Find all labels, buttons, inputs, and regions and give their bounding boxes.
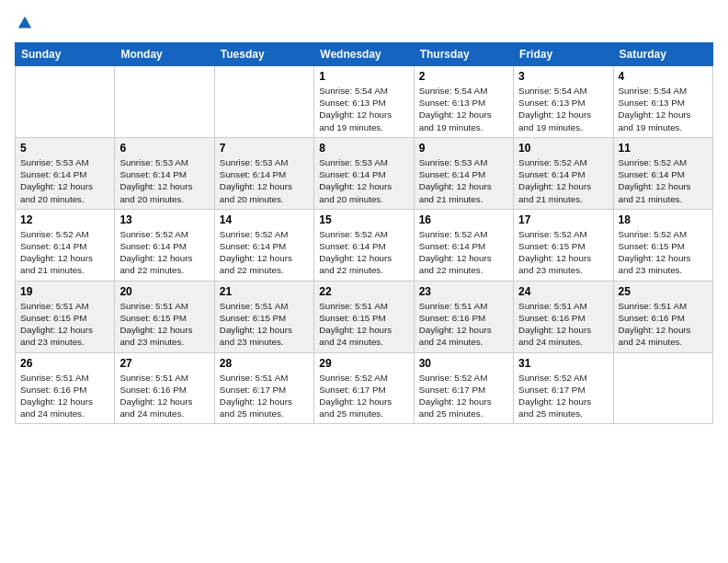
day-info: Sunrise: 5:52 AM Sunset: 6:14 PM Dayligh… <box>619 156 708 205</box>
day-number: 26 <box>20 357 109 370</box>
calendar-week-row: 26Sunrise: 5:51 AM Sunset: 6:16 PM Dayli… <box>16 352 713 424</box>
day-number: 11 <box>619 142 708 155</box>
day-number: 18 <box>619 213 708 226</box>
day-of-week-header: Thursday <box>414 43 513 66</box>
day-number: 14 <box>220 213 309 226</box>
day-number: 5 <box>20 142 109 155</box>
logo-icon <box>17 15 33 31</box>
calendar-cell: 3Sunrise: 5:54 AM Sunset: 6:13 PM Daylig… <box>514 66 613 138</box>
day-of-week-header: Tuesday <box>214 43 313 66</box>
calendar-cell <box>214 66 313 138</box>
day-of-week-header: Saturday <box>613 43 712 66</box>
calendar-cell: 16Sunrise: 5:52 AM Sunset: 6:14 PM Dayli… <box>414 209 513 281</box>
day-number: 7 <box>220 142 309 155</box>
calendar-cell: 5Sunrise: 5:53 AM Sunset: 6:14 PM Daylig… <box>16 137 115 209</box>
calendar-cell <box>613 352 712 424</box>
day-number: 3 <box>518 70 608 83</box>
day-number: 22 <box>319 285 408 298</box>
calendar-cell: 25Sunrise: 5:51 AM Sunset: 6:16 PM Dayli… <box>613 281 712 352</box>
day-number: 4 <box>619 70 708 83</box>
day-number: 29 <box>319 357 408 370</box>
calendar-cell: 11Sunrise: 5:52 AM Sunset: 6:14 PM Dayli… <box>613 137 712 209</box>
calendar-week-row: 19Sunrise: 5:51 AM Sunset: 6:15 PM Dayli… <box>16 281 713 352</box>
day-info: Sunrise: 5:54 AM Sunset: 6:13 PM Dayligh… <box>319 85 408 133</box>
calendar-cell: 30Sunrise: 5:52 AM Sunset: 6:17 PM Dayli… <box>414 352 513 424</box>
day-info: Sunrise: 5:52 AM Sunset: 6:17 PM Dayligh… <box>518 372 608 420</box>
day-number: 30 <box>419 357 508 370</box>
day-info: Sunrise: 5:51 AM Sunset: 6:16 PM Dayligh… <box>119 372 209 420</box>
calendar-cell: 14Sunrise: 5:52 AM Sunset: 6:14 PM Dayli… <box>214 209 313 281</box>
page-header <box>15 15 713 31</box>
calendar-cell <box>16 66 115 138</box>
day-info: Sunrise: 5:52 AM Sunset: 6:14 PM Dayligh… <box>119 228 209 277</box>
day-info: Sunrise: 5:53 AM Sunset: 6:14 PM Dayligh… <box>220 156 309 205</box>
day-number: 25 <box>619 285 708 298</box>
day-number: 24 <box>518 285 608 298</box>
day-info: Sunrise: 5:52 AM Sunset: 6:14 PM Dayligh… <box>220 228 309 277</box>
logo <box>15 15 33 31</box>
day-number: 17 <box>518 213 608 226</box>
calendar-cell: 15Sunrise: 5:52 AM Sunset: 6:14 PM Dayli… <box>314 209 414 281</box>
day-number: 1 <box>319 70 408 83</box>
day-info: Sunrise: 5:51 AM Sunset: 6:17 PM Dayligh… <box>220 372 309 420</box>
day-info: Sunrise: 5:51 AM Sunset: 6:15 PM Dayligh… <box>20 300 109 349</box>
day-number: 31 <box>518 357 608 370</box>
day-info: Sunrise: 5:51 AM Sunset: 6:16 PM Dayligh… <box>20 372 109 420</box>
calendar-cell: 12Sunrise: 5:52 AM Sunset: 6:14 PM Dayli… <box>16 209 115 281</box>
calendar-cell: 2Sunrise: 5:54 AM Sunset: 6:13 PM Daylig… <box>414 66 513 138</box>
day-number: 16 <box>419 213 508 226</box>
day-number: 15 <box>319 213 408 226</box>
calendar-cell: 17Sunrise: 5:52 AM Sunset: 6:15 PM Dayli… <box>514 209 613 281</box>
day-info: Sunrise: 5:52 AM Sunset: 6:14 PM Dayligh… <box>319 228 408 277</box>
day-number: 20 <box>119 285 209 298</box>
day-number: 2 <box>419 70 508 83</box>
calendar-cell: 27Sunrise: 5:51 AM Sunset: 6:16 PM Dayli… <box>115 352 214 424</box>
calendar-cell: 22Sunrise: 5:51 AM Sunset: 6:15 PM Dayli… <box>314 281 414 352</box>
calendar-cell: 1Sunrise: 5:54 AM Sunset: 6:13 PM Daylig… <box>314 66 414 138</box>
calendar-cell: 4Sunrise: 5:54 AM Sunset: 6:13 PM Daylig… <box>613 66 712 138</box>
day-info: Sunrise: 5:51 AM Sunset: 6:15 PM Dayligh… <box>319 300 408 349</box>
day-info: Sunrise: 5:52 AM Sunset: 6:17 PM Dayligh… <box>419 372 508 420</box>
day-info: Sunrise: 5:52 AM Sunset: 6:14 PM Dayligh… <box>20 228 109 277</box>
day-of-week-header: Sunday <box>16 43 115 66</box>
day-info: Sunrise: 5:54 AM Sunset: 6:13 PM Dayligh… <box>619 85 708 133</box>
day-info: Sunrise: 5:54 AM Sunset: 6:13 PM Dayligh… <box>518 85 608 133</box>
calendar-cell: 8Sunrise: 5:53 AM Sunset: 6:14 PM Daylig… <box>314 137 414 209</box>
day-info: Sunrise: 5:53 AM Sunset: 6:14 PM Dayligh… <box>319 156 408 205</box>
calendar-cell: 28Sunrise: 5:51 AM Sunset: 6:17 PM Dayli… <box>214 352 313 424</box>
calendar-week-row: 5Sunrise: 5:53 AM Sunset: 6:14 PM Daylig… <box>16 137 713 209</box>
day-info: Sunrise: 5:52 AM Sunset: 6:14 PM Dayligh… <box>518 156 608 205</box>
day-info: Sunrise: 5:51 AM Sunset: 6:15 PM Dayligh… <box>119 300 209 349</box>
day-number: 21 <box>220 285 309 298</box>
day-info: Sunrise: 5:53 AM Sunset: 6:14 PM Dayligh… <box>20 156 109 205</box>
day-info: Sunrise: 5:51 AM Sunset: 6:15 PM Dayligh… <box>220 300 309 349</box>
day-number: 13 <box>119 213 209 226</box>
calendar-cell: 29Sunrise: 5:52 AM Sunset: 6:17 PM Dayli… <box>314 352 414 424</box>
day-info: Sunrise: 5:52 AM Sunset: 6:14 PM Dayligh… <box>419 228 508 277</box>
calendar-cell: 26Sunrise: 5:51 AM Sunset: 6:16 PM Dayli… <box>16 352 115 424</box>
day-info: Sunrise: 5:51 AM Sunset: 6:16 PM Dayligh… <box>419 300 508 349</box>
day-info: Sunrise: 5:52 AM Sunset: 6:17 PM Dayligh… <box>319 372 408 420</box>
day-info: Sunrise: 5:54 AM Sunset: 6:13 PM Dayligh… <box>419 85 508 133</box>
day-info: Sunrise: 5:53 AM Sunset: 6:14 PM Dayligh… <box>419 156 508 205</box>
calendar-cell: 6Sunrise: 5:53 AM Sunset: 6:14 PM Daylig… <box>115 137 214 209</box>
calendar-table: SundayMondayTuesdayWednesdayThursdayFrid… <box>15 42 713 424</box>
day-number: 27 <box>119 357 209 370</box>
day-number: 28 <box>220 357 309 370</box>
calendar-cell: 23Sunrise: 5:51 AM Sunset: 6:16 PM Dayli… <box>414 281 513 352</box>
calendar-cell: 10Sunrise: 5:52 AM Sunset: 6:14 PM Dayli… <box>514 137 613 209</box>
day-number: 19 <box>20 285 109 298</box>
calendar-week-row: 12Sunrise: 5:52 AM Sunset: 6:14 PM Dayli… <box>16 209 713 281</box>
calendar-cell: 13Sunrise: 5:52 AM Sunset: 6:14 PM Dayli… <box>115 209 214 281</box>
day-info: Sunrise: 5:52 AM Sunset: 6:15 PM Dayligh… <box>518 228 608 277</box>
day-number: 10 <box>518 142 608 155</box>
day-info: Sunrise: 5:51 AM Sunset: 6:16 PM Dayligh… <box>619 300 708 349</box>
day-of-week-header: Friday <box>514 43 613 66</box>
calendar-cell: 7Sunrise: 5:53 AM Sunset: 6:14 PM Daylig… <box>214 137 313 209</box>
calendar-cell: 31Sunrise: 5:52 AM Sunset: 6:17 PM Dayli… <box>514 352 613 424</box>
day-number: 6 <box>119 142 209 155</box>
day-of-week-header: Monday <box>115 43 214 66</box>
calendar-cell: 19Sunrise: 5:51 AM Sunset: 6:15 PM Dayli… <box>16 281 115 352</box>
day-number: 23 <box>419 285 508 298</box>
day-info: Sunrise: 5:53 AM Sunset: 6:14 PM Dayligh… <box>119 156 209 205</box>
